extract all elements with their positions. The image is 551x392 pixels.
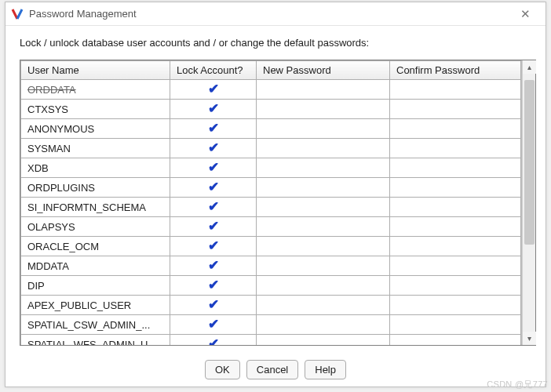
cell-new-password[interactable] [257, 80, 390, 100]
titlebar[interactable]: Password Management ✕ [5, 2, 546, 26]
dialog-title: Password Management [29, 8, 509, 20]
cell-username[interactable]: XDB [21, 158, 170, 178]
cell-lock[interactable]: ✔ [170, 158, 257, 178]
app-icon [10, 7, 24, 21]
check-icon: ✔ [208, 221, 219, 232]
cell-confirm-password[interactable] [390, 178, 521, 198]
cell-new-password[interactable] [257, 296, 390, 315]
cell-lock[interactable]: ✔ [170, 178, 257, 198]
table-row[interactable]: ORDPLUGINS✔ [21, 178, 521, 198]
ok-button[interactable]: OK [205, 360, 240, 379]
cell-new-password[interactable] [257, 178, 390, 198]
table-row[interactable]: MDDATA✔ [21, 256, 521, 276]
check-icon: ✔ [208, 319, 219, 330]
table-row[interactable]: SYSMAN✔ [21, 139, 521, 158]
cell-lock[interactable]: ✔ [170, 139, 257, 158]
col-username[interactable]: User Name [21, 61, 170, 80]
cell-new-password[interactable] [257, 198, 390, 217]
accounts-table: User Name Lock Account? New Password Con… [20, 60, 521, 345]
cell-new-password[interactable] [257, 119, 390, 139]
cell-confirm-password[interactable] [390, 119, 521, 139]
cell-username[interactable]: SYSMAN [21, 139, 170, 158]
vertical-scrollbar[interactable]: ▴ ▾ [522, 60, 535, 345]
check-icon: ✔ [208, 103, 219, 114]
table-row[interactable]: SI_INFORMTN_SCHEMA✔ [21, 198, 521, 217]
cell-new-password[interactable] [257, 256, 390, 276]
cell-lock[interactable]: ✔ [170, 276, 257, 296]
cell-new-password[interactable] [257, 139, 390, 158]
cell-confirm-password[interactable] [390, 100, 521, 119]
cell-lock[interactable]: ✔ [170, 256, 257, 276]
cell-username[interactable]: SI_INFORMTN_SCHEMA [21, 198, 170, 217]
cell-confirm-password[interactable] [390, 139, 521, 158]
cancel-button[interactable]: Cancel [246, 360, 298, 379]
cell-username[interactable]: CTXSYS [21, 100, 170, 119]
table-row[interactable]: SPATIAL_WFS_ADMIN_U...✔ [21, 335, 521, 346]
cell-username[interactable]: ORDPLUGINS [21, 178, 170, 198]
cell-confirm-password[interactable] [390, 80, 521, 100]
cell-lock[interactable]: ✔ [170, 315, 257, 335]
scroll-down-button[interactable]: ▾ [523, 332, 536, 345]
cell-lock[interactable]: ✔ [170, 119, 257, 139]
check-icon: ✔ [208, 84, 219, 95]
table-row[interactable]: DIP✔ [21, 276, 521, 296]
accounts-grid: User Name Lock Account? New Password Con… [20, 60, 522, 345]
check-icon: ✔ [208, 241, 219, 252]
cell-username[interactable]: DIP [21, 276, 170, 296]
cell-new-password[interactable] [257, 315, 390, 335]
col-lock[interactable]: Lock Account? [170, 61, 257, 80]
cell-new-password[interactable] [257, 335, 390, 346]
cell-confirm-password[interactable] [390, 276, 521, 296]
help-button[interactable]: Help [305, 360, 346, 379]
table-row[interactable]: ORACLE_OCM✔ [21, 237, 521, 256]
close-button[interactable]: ✕ [509, 3, 541, 25]
check-icon: ✔ [208, 123, 219, 134]
check-icon: ✔ [208, 162, 219, 173]
cell-confirm-password[interactable] [390, 256, 521, 276]
cell-confirm-password[interactable] [390, 217, 521, 237]
cell-lock[interactable]: ✔ [170, 100, 257, 119]
cell-new-password[interactable] [257, 237, 390, 256]
cell-new-password[interactable] [257, 217, 390, 237]
cell-new-password[interactable] [257, 158, 390, 178]
check-icon: ✔ [208, 339, 219, 346]
table-row[interactable]: SPATIAL_CSW_ADMIN_...✔ [21, 315, 521, 335]
cell-new-password[interactable] [257, 100, 390, 119]
cell-confirm-password[interactable] [390, 335, 521, 346]
col-confpw[interactable]: Confirm Password [390, 61, 521, 80]
check-icon: ✔ [208, 182, 219, 193]
cell-confirm-password[interactable] [390, 296, 521, 315]
col-newpw[interactable]: New Password [257, 61, 390, 80]
cell-confirm-password[interactable] [390, 315, 521, 335]
dialog-button-row: OK Cancel Help [5, 346, 546, 379]
cell-lock[interactable]: ✔ [170, 335, 257, 346]
cell-lock[interactable]: ✔ [170, 80, 257, 100]
cell-lock[interactable]: ✔ [170, 296, 257, 315]
check-icon: ✔ [208, 201, 219, 212]
cell-lock[interactable]: ✔ [170, 198, 257, 217]
cell-confirm-password[interactable] [390, 198, 521, 217]
cell-username[interactable]: ANONYMOUS [21, 119, 170, 139]
cell-confirm-password[interactable] [390, 158, 521, 178]
cell-username[interactable]: ORDDATA [21, 80, 170, 100]
cell-username[interactable]: ORACLE_OCM [21, 237, 170, 256]
table-row[interactable]: ORDDATA✔ [21, 80, 521, 100]
table-row[interactable]: OLAPSYS✔ [21, 217, 521, 237]
cell-username[interactable]: APEX_PUBLIC_USER [21, 296, 170, 315]
cell-confirm-password[interactable] [390, 237, 521, 256]
cell-new-password[interactable] [257, 276, 390, 296]
table-row[interactable]: ANONYMOUS✔ [21, 119, 521, 139]
table-row[interactable]: APEX_PUBLIC_USER✔ [21, 296, 521, 315]
cell-lock[interactable]: ✔ [170, 217, 257, 237]
check-icon: ✔ [208, 143, 219, 154]
cell-username[interactable]: MDDATA [21, 256, 170, 276]
table-row[interactable]: CTXSYS✔ [21, 100, 521, 119]
cell-username[interactable]: SPATIAL_WFS_ADMIN_U... [21, 335, 170, 346]
cell-username[interactable]: OLAPSYS [21, 217, 170, 237]
scroll-up-button[interactable]: ▴ [523, 60, 536, 74]
scroll-thumb[interactable] [524, 80, 535, 245]
cell-lock[interactable]: ✔ [170, 237, 257, 256]
table-row[interactable]: XDB✔ [21, 158, 521, 178]
check-icon: ✔ [208, 299, 219, 310]
cell-username[interactable]: SPATIAL_CSW_ADMIN_... [21, 315, 170, 335]
